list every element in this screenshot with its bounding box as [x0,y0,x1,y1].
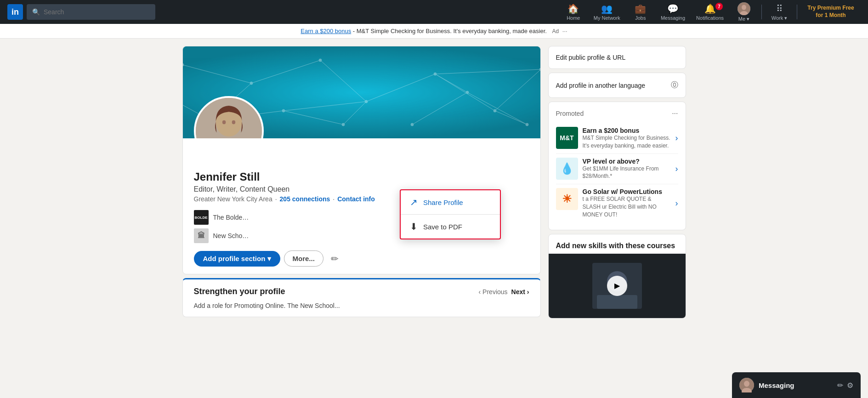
nav-home[interactable]: 🏠 Home [560,0,587,24]
promo-vp-text: VP level or above? Get $1MM Life Insuran… [583,158,671,181]
profile-actions: Add profile section ▾ More... ✏ [183,250,540,274]
promo-vp-name: VP level or above? [583,158,671,165]
messaging-icons: ✏ ⚙ [837,381,853,390]
dropdown-menu: ↗ Share Profile ⬇ Save to PDF [400,189,501,239]
promo-solar-name: Go Solar w/ PowerLutions [583,188,671,195]
search-input[interactable] [44,8,150,16]
newschool-logo: 🏛 [194,228,209,243]
settings-icon[interactable]: ⚙ [847,381,853,390]
help-icon-2: ⓪ [671,80,678,90]
nav-divider-2 [797,5,797,19]
nav-network[interactable]: 👥 My Network [589,0,625,24]
nav-notifications-label: Notifications [696,15,724,21]
next-button[interactable]: Next › [511,288,529,296]
save-pdf-item[interactable]: ⬇ Save to PDF [401,215,500,239]
strengthen-nav: ‹ Previous Next › [479,288,529,296]
strengthen-subtext: Add a role for Promoting Online. The New… [194,302,529,309]
notifications-badge: 7 [715,3,723,10]
play-button[interactable]: ▶ [607,276,627,296]
promo-mt-name: Earn a $200 bonus [583,127,671,134]
nav-items: 🏠 Home 👥 My Network 💼 Jobs 💬 Messaging 🔔… [560,0,861,24]
messaging-label: Messaging [759,381,833,389]
nav-premium[interactable]: Try Premium Free for 1 Month [801,5,861,19]
edu-bolde-text: The Bolde… [213,214,249,221]
promoted-card: Promoted ··· M&T Earn a $200 bonus M&T S… [548,102,686,230]
add-language-label: Add profile in another language [556,82,646,89]
previous-button[interactable]: ‹ Previous [479,288,508,296]
promo-item-vp[interactable]: 💧 VP level or above? Get $1MM Life Insur… [556,154,678,185]
skills-title: Add new skills with these courses [549,234,686,254]
promo-item-solar[interactable]: ☀ Go Solar w/ PowerLutions t a FREE SOLA… [556,184,678,222]
nav-work[interactable]: ⠿ Work ▾ [766,0,793,24]
ad-text: - M&T Simple Checking for Business. It's… [351,28,547,34]
svg-point-48 [744,381,749,387]
profile-card: Jennifer Still Editor, Writer, Content Q… [182,46,541,274]
dot-1: · [275,195,277,203]
share-profile-label: Share Profile [423,199,463,206]
promo-item-mt[interactable]: M&T Earn a $200 bonus M&T Simple Checkin… [556,123,678,154]
download-icon: ⬇ [410,221,418,232]
promo-mt-desc: M&T Simple Checking for Business. It's e… [583,134,671,150]
promoted-dots[interactable]: ··· [672,109,678,118]
promoted-header: Promoted ··· [556,109,678,118]
promo-mt-text: Earn a $200 bonus M&T Simple Checking fo… [583,127,671,150]
add-profile-section-button[interactable]: Add profile section ▾ [194,251,280,267]
nav-me[interactable]: Me ▾ [730,0,758,24]
compose-icon[interactable]: ✏ [837,381,843,390]
nav-me-label: Me ▾ [738,16,749,22]
add-language-card: Add profile in another language ⓪ [548,73,686,98]
avatar [738,2,750,15]
nav-home-label: Home [567,15,580,21]
ad-link[interactable]: Earn a $200 bonus [301,28,351,34]
svg-rect-46 [597,295,637,309]
linkedin-logo[interactable]: in [7,4,23,20]
nav-jobs-label: Jobs [635,15,646,21]
ad-dots[interactable]: ··· [562,28,567,34]
right-column: Edit public profile & URL Add profile in… [548,46,686,318]
nav-jobs[interactable]: 💼 Jobs [627,0,654,24]
add-language-link[interactable]: Add profile in another language ⓪ [556,80,678,90]
edit-profile-link[interactable]: Edit public profile & URL [556,54,678,61]
search-icon: 🔍 [32,8,40,16]
skills-video[interactable]: ▶ [549,254,686,318]
share-icon: ↗ [410,197,418,208]
promo-vp-desc: Get $1MM Life Insurance From $28/Month.* [583,165,671,181]
ad-banner: Earn a $200 bonus - M&T Simple Checking … [0,24,868,39]
profile-name: Jennifer Still [194,171,529,183]
more-button[interactable]: More... [284,250,323,267]
edit-pencil-button[interactable]: ✏ [327,251,342,266]
promoted-label: Promoted [556,110,584,117]
navbar: in 🔍 🏠 Home 👥 My Network 💼 Jobs 💬 Messag… [0,0,868,24]
home-icon: 🏠 [567,3,579,14]
nav-notifications[interactable]: 🔔 7 Notifications [692,0,728,24]
profile-location: Greater New York City Area [194,195,272,203]
avatar-svg [738,2,750,15]
solar-logo: ☀ [556,188,578,210]
contact-info-link[interactable]: Contact info [337,195,375,203]
strengthen-card: Strengthen your profile ‹ Previous Next … [182,278,541,317]
vp-logo: 💧 [556,158,578,180]
edu-newschool-text: New Scho… [213,232,249,239]
network-icon: 👥 [601,3,613,14]
bolde-logo: BOLDE [194,210,209,225]
nav-messaging-label: Messaging [661,15,685,21]
nav-divider [761,5,762,19]
search-bar[interactable]: 🔍 [27,4,155,20]
nav-network-label: My Network [594,15,620,21]
jobs-icon: 💼 [635,3,646,14]
svg-point-1 [742,5,746,10]
connections-count[interactable]: 205 connections [280,195,330,203]
chevron-right-icon-3: › [675,199,678,208]
nav-messaging[interactable]: 💬 Messaging [656,0,690,24]
notifications-icon: 🔔 [704,3,716,14]
skills-card: Add new skills with these courses ▶ [548,234,686,318]
messaging-bar[interactable]: Messaging ✏ ⚙ [732,372,861,398]
left-column: Jennifer Still Editor, Writer, Content Q… [182,46,541,318]
grid-icon: ⠿ [776,3,783,14]
dot-2: · [333,195,335,203]
profile-banner [183,46,540,138]
strengthen-title: Strengthen your profile [194,287,285,296]
messaging-icon: 💬 [667,3,679,14]
promo-solar-desc: t a FREE SOLAR QUOTE & SLASH ur Electric… [583,195,671,218]
share-profile-item[interactable]: ↗ Share Profile [401,190,500,214]
